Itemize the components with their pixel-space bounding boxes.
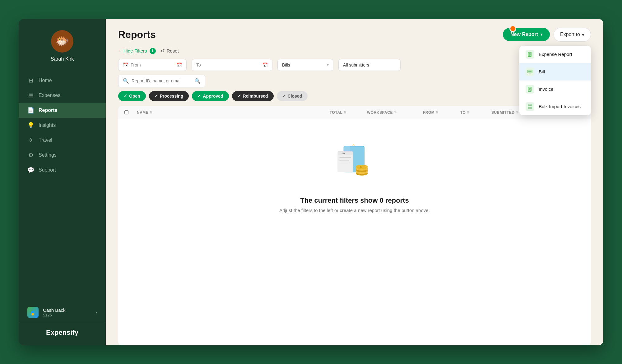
search-end-icon: 🔍 <box>194 78 201 84</box>
sidebar-item-home[interactable]: ⊟ Home <box>19 73 106 88</box>
cashback-item[interactable]: Cash Back $125 › <box>19 303 106 322</box>
col-workspace[interactable]: WORKSPACE ⇅ <box>367 110 423 115</box>
expense-report-icon <box>526 50 534 59</box>
svg-point-15 <box>530 90 531 91</box>
type-select[interactable]: Bills ▾ <box>277 59 333 71</box>
sidebar-item-settings[interactable]: ⚙ Settings <box>19 148 106 163</box>
avatar[interactable]: 🐡 <box>51 30 73 53</box>
type-dropdown-icon: ▾ <box>327 63 329 67</box>
home-icon: ⊟ <box>27 77 34 84</box>
dropdown-item-bulk-import[interactable]: Bulk Import Invoices <box>519 98 591 115</box>
col-total[interactable]: TOTAL ⇅ <box>330 110 367 115</box>
sort-name-icon: ⇅ <box>150 111 152 114</box>
sort-submitted-icon: ⇅ <box>516 111 519 114</box>
svg-point-31 <box>356 164 368 169</box>
dropdown-arrow-icon: ▾ <box>541 32 542 37</box>
sidebar-footer: Expensify <box>19 322 106 345</box>
sort-to-icon: ⇅ <box>467 111 470 114</box>
sort-workspace-icon: ⇅ <box>394 111 397 114</box>
svg-rect-18 <box>528 107 530 109</box>
page-title: Reports <box>118 29 156 40</box>
empty-title: The current filters show 0 reports <box>300 196 409 205</box>
invoice-label: Invoice <box>539 86 554 92</box>
svg-rect-22 <box>338 151 353 155</box>
sidebar-item-label: Expenses <box>39 93 60 98</box>
sidebar-item-travel[interactable]: ✈ Travel <box>19 133 106 148</box>
calendar-from-icon: 📅 <box>123 62 128 67</box>
select-all-checkbox[interactable] <box>124 110 128 114</box>
status-chip-approved[interactable]: ✓ Approved <box>192 91 229 101</box>
sort-total-icon: ⇅ <box>344 111 346 114</box>
cashback-chevron-icon: › <box>95 310 97 315</box>
svg-rect-17 <box>530 104 532 106</box>
notification-dot-1 <box>509 25 516 32</box>
search-icon: 🔍 <box>123 78 129 84</box>
status-chip-reimbursed[interactable]: ✓ Reimbursed <box>232 91 274 101</box>
sidebar-item-label: Support <box>39 167 56 173</box>
calendar-end-icon: 📅 <box>177 62 182 67</box>
bulk-import-icon <box>526 102 534 111</box>
cashback-icon <box>27 307 39 318</box>
sidebar-item-reports[interactable]: 📄 Reports <box>19 103 106 118</box>
cashback-text: Cash Back $125 <box>43 307 66 317</box>
sidebar-item-insights[interactable]: 💡 Insights <box>19 118 106 133</box>
col-from[interactable]: FROM ⇅ <box>423 110 460 115</box>
to-date-input[interactable]: To 📅 <box>192 59 272 71</box>
bulk-import-label: Bulk Import Invoices <box>539 104 581 109</box>
main-content: Reports New Report ▾ Export to ▾ <box>106 19 603 345</box>
svg-rect-19 <box>530 107 532 109</box>
check-icon-approved: ✓ <box>197 94 201 98</box>
export-label: Export to <box>560 32 580 37</box>
search-wrapper[interactable]: 🔍 🔍 <box>118 75 205 87</box>
hide-filters-label: Hide Filters <box>123 48 147 53</box>
invoice-icon <box>526 85 534 94</box>
insights-icon: 💡 <box>27 122 34 129</box>
submitters-select[interactable]: All submitters <box>338 59 401 71</box>
col-name[interactable]: NAME ⇅ <box>137 110 330 115</box>
dropdown-item-bill[interactable]: Bill <box>519 63 591 81</box>
bill-icon <box>526 67 534 76</box>
filter-icon: ≡ <box>118 48 121 53</box>
dropdown-item-invoice[interactable]: Invoice <box>519 81 591 98</box>
sidebar-item-support[interactable]: 💬 Support <box>19 163 106 177</box>
chip-approved-label: Approved <box>203 94 223 99</box>
bill-label: Bill <box>539 69 545 74</box>
sidebar-item-label: Reports <box>39 108 57 113</box>
hide-filters-button[interactable]: ≡ Hide Filters 1 <box>118 48 156 54</box>
sidebar-item-label: Home <box>39 78 52 83</box>
dropdown-item-expense-report[interactable]: Expense Report <box>519 46 591 63</box>
username: Sarah Kirk <box>51 56 74 62</box>
search-input[interactable] <box>132 78 192 83</box>
sort-from-icon: ⇅ <box>436 111 439 114</box>
sidebar-item-label: Insights <box>39 122 56 128</box>
from-date-input[interactable]: 📅 From 📅 <box>118 59 187 71</box>
to-date-label: To <box>196 62 201 67</box>
filter-count-badge: 1 <box>150 48 156 54</box>
sidebar-item-expenses[interactable]: ▤ Expenses <box>19 88 106 103</box>
sidebar: 🐡 Sarah Kirk ⊟ Home ▤ Expenses 📄 Reports… <box>19 19 106 345</box>
user-profile: 🐡 Sarah Kirk <box>19 19 106 71</box>
svg-rect-16 <box>528 104 530 106</box>
travel-icon: ✈ <box>27 137 34 144</box>
check-icon-processing: ✓ <box>155 94 158 98</box>
status-chip-processing[interactable]: ✓ Processing <box>149 91 189 101</box>
header-actions: New Report ▾ Export to ▾ <box>503 28 591 42</box>
support-icon: 💬 <box>27 167 34 173</box>
cashback-label: Cash Back <box>43 307 66 313</box>
new-report-dropdown: Expense Report Bill <box>519 46 591 115</box>
reset-button[interactable]: ↺ Reset <box>161 48 179 54</box>
chip-open-label: Open <box>129 94 140 99</box>
status-chip-closed[interactable]: ✓ Closed <box>277 91 308 101</box>
settings-icon: ⚙ <box>27 152 34 159</box>
submitters-label: All submitters <box>343 62 369 67</box>
reset-icon: ↺ <box>161 48 165 54</box>
sidebar-item-label: Settings <box>39 152 57 158</box>
export-to-button[interactable]: Export to ▾ <box>554 28 591 42</box>
expense-report-label: Expense Report <box>539 52 572 57</box>
to-calendar-icon: 📅 <box>262 62 268 67</box>
export-chevron-icon: ▾ <box>582 32 584 38</box>
status-chip-open[interactable]: ✓ Open <box>118 91 146 101</box>
expenses-icon: ▤ <box>27 92 34 99</box>
col-to[interactable]: TO ⇅ <box>460 110 491 115</box>
empty-state: $$$ $ The current filters show 0 reports <box>118 119 591 232</box>
